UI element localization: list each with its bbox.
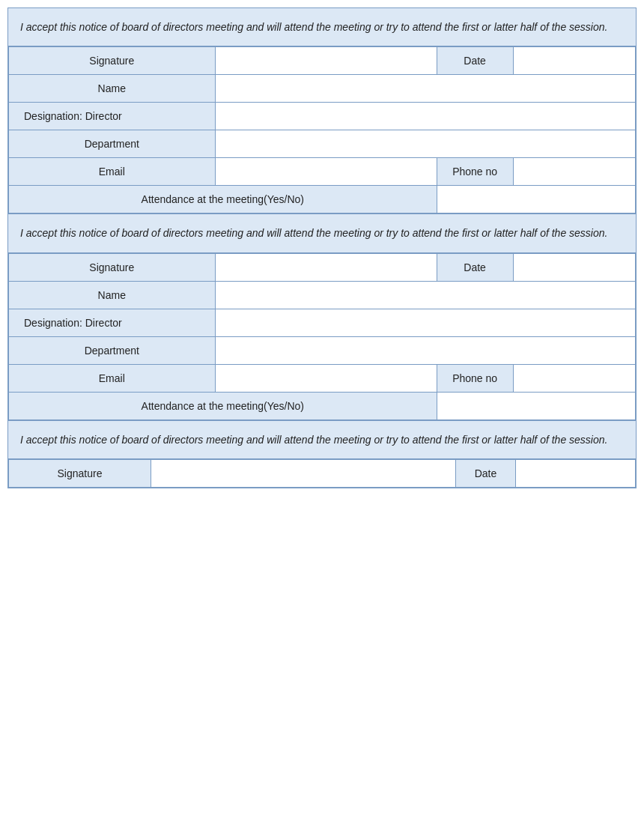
phone-value-2[interactable]: [513, 364, 635, 392]
table-row: Email Phone no: [9, 364, 636, 392]
phone-label-2: Phone no: [437, 364, 513, 392]
form-table-1: Signature Date Name Designation: Directo…: [8, 46, 636, 213]
designation-value-1[interactable]: [215, 103, 635, 130]
form-table-2: Signature Date Name Designation: Directo…: [8, 253, 636, 420]
table-row: Name: [9, 281, 636, 309]
name-value-2[interactable]: [215, 281, 635, 309]
date-label-1: Date: [437, 47, 513, 75]
name-label-1: Name: [9, 75, 216, 103]
notice-text-2: I accept this notice of board of directo…: [8, 214, 636, 252]
table-row: Name: [9, 75, 636, 103]
designation-label-1: Designation: Director: [9, 103, 216, 130]
email-value-1[interactable]: [215, 158, 437, 186]
department-label-2: Department: [9, 336, 216, 364]
signature-value-2[interactable]: [215, 253, 437, 281]
department-label-1: Department: [9, 130, 216, 158]
table-row: Attendance at the meeting(Yes/No): [9, 392, 636, 419]
notice-text-3: I accept this notice of board of directo…: [8, 421, 636, 459]
form-container: I accept this notice of board of directo…: [7, 7, 637, 488]
email-value-2[interactable]: [215, 364, 437, 392]
date-value-2[interactable]: [513, 253, 635, 281]
signature-label-2: Signature: [9, 253, 216, 281]
attendance-label-2: Attendance at the meeting(Yes/No): [9, 392, 437, 419]
attendance-label-1: Attendance at the meeting(Yes/No): [9, 186, 437, 213]
date-value-1[interactable]: [513, 47, 635, 75]
date-label-3: Date: [456, 460, 516, 488]
designation-label-2: Designation: Director: [9, 309, 216, 336]
signature-value-1[interactable]: [215, 47, 437, 75]
department-value-1[interactable]: [215, 130, 635, 158]
section-1: I accept this notice of board of directo…: [8, 8, 636, 214]
table-row: Department: [9, 336, 636, 364]
email-label-1: Email: [9, 158, 216, 186]
table-row: Signature Date: [9, 47, 636, 75]
table-row: Department: [9, 130, 636, 158]
attendance-value-1[interactable]: [437, 186, 635, 213]
section-2: I accept this notice of board of directo…: [8, 214, 636, 420]
date-label-2: Date: [437, 253, 513, 281]
notice-text-1: I accept this notice of board of directo…: [8, 8, 636, 46]
attendance-value-2[interactable]: [437, 392, 635, 419]
designation-value-2[interactable]: [215, 309, 635, 336]
table-row: Signature Date: [9, 253, 636, 281]
phone-value-1[interactable]: [513, 158, 635, 186]
table-row: Designation: Director: [9, 103, 636, 130]
phone-label-1: Phone no: [437, 158, 513, 186]
table-row: Designation: Director: [9, 309, 636, 336]
signature-value-3[interactable]: [151, 460, 456, 488]
date-value-3[interactable]: [516, 460, 636, 488]
table-row: Email Phone no: [9, 158, 636, 186]
name-value-1[interactable]: [215, 75, 635, 103]
department-value-2[interactable]: [215, 336, 635, 364]
table-row: Signature Date: [9, 460, 636, 488]
section-3: I accept this notice of board of directo…: [8, 421, 636, 488]
signature-label-1: Signature: [9, 47, 216, 75]
signature-label-3: Signature: [9, 460, 151, 488]
form-table-3: Signature Date: [8, 459, 636, 488]
name-label-2: Name: [9, 281, 216, 309]
email-label-2: Email: [9, 364, 216, 392]
table-row: Attendance at the meeting(Yes/No): [9, 186, 636, 213]
